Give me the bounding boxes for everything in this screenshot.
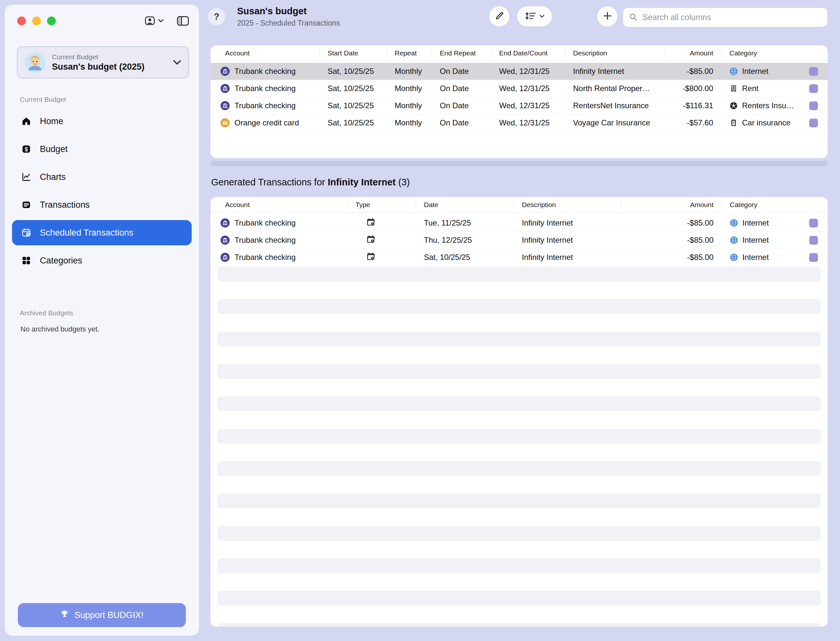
calendar-clock-icon (367, 235, 375, 246)
support-button[interactable]: Support BUDGIX! (18, 603, 186, 627)
account-name: Trubank checking (234, 67, 296, 76)
category-cell: Internet (722, 218, 828, 227)
generated-transaction-row[interactable]: Trubank checkingThu, 12/25/25Infinity In… (210, 232, 828, 249)
description-cell: Infinity Internet (514, 218, 621, 227)
sidebar-item-budget[interactable]: $Budget (12, 137, 192, 162)
clipboard-icon (729, 119, 738, 127)
chevron-down-icon (158, 19, 164, 24)
column-header-end-repeat[interactable]: End Repeat (432, 45, 491, 61)
account-name: Trubank checking (234, 101, 296, 110)
column-header-amount[interactable]: Amount (666, 45, 722, 61)
repeat-cell: Monthly (387, 101, 432, 110)
empty-rows-area (210, 266, 828, 627)
page-subtitle: 2025 - Scheduled Transactions (237, 19, 340, 27)
column-header-date[interactable]: Date (416, 197, 514, 212)
column-header-description[interactable]: Description (514, 197, 621, 212)
budget-icon: $ (21, 144, 31, 154)
nav-item-label: Scheduled Transactions (40, 228, 133, 238)
row-checkbox[interactable] (809, 101, 818, 110)
sidebar-item-categories[interactable]: Categories (12, 248, 192, 273)
zoom-window-button[interactable] (47, 16, 56, 25)
row-checkbox[interactable] (809, 253, 818, 262)
column-header-category[interactable]: Category (722, 45, 828, 61)
row-checkbox[interactable] (809, 84, 818, 93)
column-header-description[interactable]: Description (565, 45, 666, 61)
column-header-start-date[interactable]: Start Date (320, 45, 387, 61)
profile-menu-button[interactable] (144, 15, 164, 27)
empty-row (210, 444, 828, 461)
account-cell: Trubank checking (210, 218, 348, 227)
amount-cell: -$85.00 (666, 67, 722, 76)
plus-icon (602, 11, 613, 22)
account-name: Trubank checking (234, 84, 296, 93)
categories-icon (21, 256, 31, 266)
pencil-icon (494, 11, 504, 22)
column-header-type[interactable]: Type (348, 197, 416, 212)
repeat-cell: Monthly (387, 84, 432, 93)
empty-row (210, 347, 828, 363)
close-window-button[interactable] (17, 16, 26, 25)
date-cell: Tue, 11/25/25 (416, 218, 514, 227)
column-header-amount[interactable]: Amount (621, 197, 722, 212)
sort-button[interactable] (517, 6, 552, 27)
generated-transaction-row[interactable]: Trubank checkingTue, 11/25/25Infinity In… (210, 214, 828, 232)
account-cell: Trubank checking (210, 101, 320, 110)
charts-icon (21, 172, 31, 182)
amount-cell: -$85.00 (621, 253, 722, 262)
splitter-handle[interactable] (210, 161, 828, 166)
empty-row (210, 574, 828, 590)
empty-row (210, 623, 828, 627)
scheduled-transaction-row[interactable]: Trubank checkingSat, 10/25/25MonthlyOn D… (210, 97, 828, 114)
account-name: Trubank checking (234, 253, 296, 262)
description-cell: RentersNet Insurance (565, 101, 666, 110)
row-checkbox[interactable] (809, 219, 818, 227)
search-input[interactable] (642, 12, 822, 23)
window-controls (17, 16, 56, 25)
minimize-window-button[interactable] (32, 16, 41, 25)
column-header-category[interactable]: Category (722, 197, 828, 212)
search-field[interactable] (623, 8, 828, 27)
sidebar-item-scheduled-transactions[interactable]: Scheduled Transactions (12, 220, 192, 245)
scheduled-transaction-row[interactable]: Trubank checkingSat, 10/25/25MonthlyOn D… (210, 63, 828, 80)
current-budget-value: Susan's budget (2025) (52, 62, 145, 72)
generated-transaction-row[interactable]: Trubank checkingSat, 10/25/25Infinity In… (210, 249, 828, 266)
row-checkbox[interactable] (809, 236, 818, 245)
sidebar-item-transactions[interactable]: Transactions (12, 192, 192, 217)
globe-icon (730, 236, 738, 244)
description-cell: Voyage Car Insurance (565, 118, 666, 127)
building-icon (729, 84, 738, 93)
category-name: Internet (742, 218, 769, 227)
toggle-sidebar-button[interactable] (177, 16, 189, 27)
row-checkbox[interactable] (809, 119, 818, 127)
sidebar-nav: Home$BudgetChartsTransactionsScheduled T… (12, 109, 192, 276)
budget-selector[interactable]: Current Budget Susan's budget (2025) (17, 46, 189, 79)
generated-title-highlight: Infinity Internet (328, 177, 395, 187)
column-header-account[interactable]: Account (210, 197, 348, 212)
column-header-end-date-count[interactable]: End Date/Count (491, 45, 565, 61)
globe-icon (730, 253, 738, 261)
transactions-icon (21, 200, 31, 210)
globe-icon (729, 67, 738, 76)
edit-button[interactable] (489, 6, 509, 27)
sort-order-icon (525, 11, 537, 21)
category-cell: Internet (722, 67, 828, 76)
end-repeat-cell: On Date (432, 101, 491, 110)
add-scheduled-transaction-button[interactable] (597, 6, 617, 27)
bank-icon (221, 84, 229, 93)
chevron-down-icon (540, 14, 544, 19)
account-name: Trubank checking (234, 218, 296, 227)
help-button[interactable]: ? (208, 8, 225, 25)
column-header-account[interactable]: Account (210, 45, 320, 61)
account-cell: Trubank checking (210, 253, 348, 262)
scheduled-transaction-row[interactable]: Orange credit cardSat, 10/25/25MonthlyOn… (210, 114, 828, 132)
scheduled-transaction-row[interactable]: Trubank checkingSat, 10/25/25MonthlyOn D… (210, 80, 828, 97)
sidebar-item-home[interactable]: Home (12, 109, 192, 134)
row-checkbox[interactable] (809, 67, 818, 76)
empty-row (210, 315, 828, 331)
amount-cell: -$85.00 (621, 235, 722, 245)
sidebar-item-charts[interactable]: Charts (12, 164, 192, 190)
account-cell: Orange credit card (210, 118, 320, 127)
ball-icon (729, 101, 738, 110)
column-header-repeat[interactable]: Repeat (387, 45, 432, 61)
bank-icon (221, 218, 229, 227)
